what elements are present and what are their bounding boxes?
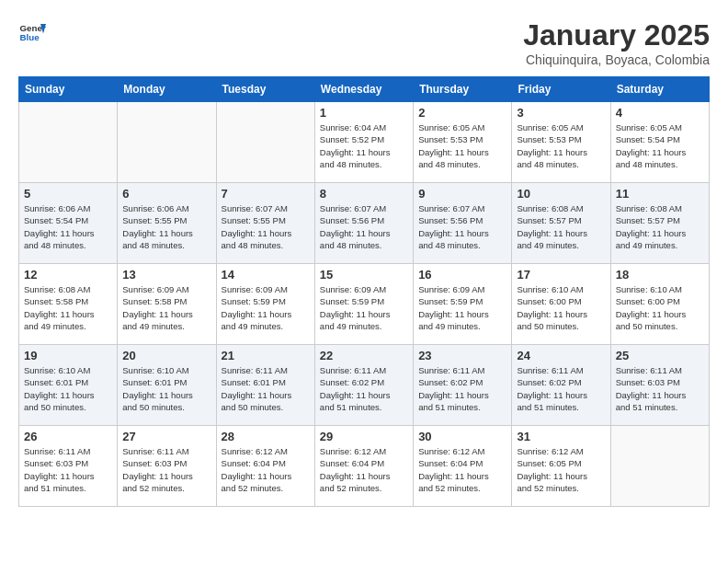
calendar-week-row: 19Sunrise: 6:10 AM Sunset: 6:01 PM Dayli… xyxy=(19,345,710,426)
table-row: 16Sunrise: 6:09 AM Sunset: 5:59 PM Dayli… xyxy=(414,264,512,345)
table-row: 14Sunrise: 6:09 AM Sunset: 5:59 PM Dayli… xyxy=(216,264,314,345)
day-number: 14 xyxy=(222,268,310,282)
day-number: 4 xyxy=(616,106,704,120)
day-number: 20 xyxy=(122,349,210,362)
day-info: Sunrise: 6:11 AM Sunset: 6:02 PM Dayligh… xyxy=(517,364,605,413)
day-number: 9 xyxy=(418,187,506,201)
table-row: 20Sunrise: 6:10 AM Sunset: 6:01 PM Dayli… xyxy=(118,345,216,426)
table-row xyxy=(216,102,314,183)
day-info: Sunrise: 6:06 AM Sunset: 5:55 PM Dayligh… xyxy=(122,202,210,251)
table-row: 9Sunrise: 6:07 AM Sunset: 5:56 PM Daylig… xyxy=(414,183,512,264)
table-row: 22Sunrise: 6:11 AM Sunset: 6:02 PM Dayli… xyxy=(314,345,413,426)
day-info: Sunrise: 6:06 AM Sunset: 5:54 PM Dayligh… xyxy=(24,202,112,251)
logo: General Blue xyxy=(18,18,46,46)
calendar-subtitle: Chiquinquira, Boyaca, Colombia xyxy=(523,52,710,67)
day-info: Sunrise: 6:08 AM Sunset: 5:57 PM Dayligh… xyxy=(517,202,605,251)
table-row: 2Sunrise: 6:05 AM Sunset: 5:53 PM Daylig… xyxy=(414,102,512,183)
table-row: 7Sunrise: 6:07 AM Sunset: 5:55 PM Daylig… xyxy=(216,183,314,264)
day-info: Sunrise: 6:11 AM Sunset: 6:02 PM Dayligh… xyxy=(418,364,506,413)
table-row: 5Sunrise: 6:06 AM Sunset: 5:54 PM Daylig… xyxy=(19,183,118,264)
day-info: Sunrise: 6:10 AM Sunset: 6:00 PM Dayligh… xyxy=(517,283,605,332)
day-info: Sunrise: 6:09 AM Sunset: 5:59 PM Dayligh… xyxy=(222,283,310,332)
header-friday: Friday xyxy=(512,77,610,102)
day-info: Sunrise: 6:10 AM Sunset: 6:01 PM Dayligh… xyxy=(122,364,210,413)
table-row: 24Sunrise: 6:11 AM Sunset: 6:02 PM Dayli… xyxy=(512,345,610,426)
day-info: Sunrise: 6:05 AM Sunset: 5:53 PM Dayligh… xyxy=(418,121,506,170)
day-info: Sunrise: 6:07 AM Sunset: 5:55 PM Dayligh… xyxy=(222,202,310,251)
table-row: 8Sunrise: 6:07 AM Sunset: 5:56 PM Daylig… xyxy=(314,183,413,264)
table-row: 29Sunrise: 6:12 AM Sunset: 6:04 PM Dayli… xyxy=(314,426,413,507)
day-number: 31 xyxy=(517,430,605,443)
table-row: 15Sunrise: 6:09 AM Sunset: 5:59 PM Dayli… xyxy=(314,264,413,345)
header-saturday: Saturday xyxy=(610,77,709,102)
day-number: 13 xyxy=(122,268,210,282)
table-row: 21Sunrise: 6:11 AM Sunset: 6:01 PM Dayli… xyxy=(216,345,314,426)
day-number: 30 xyxy=(418,430,506,443)
header-sunday: Sunday xyxy=(19,77,118,102)
day-info: Sunrise: 6:09 AM Sunset: 5:58 PM Dayligh… xyxy=(122,283,210,332)
table-row: 31Sunrise: 6:12 AM Sunset: 6:05 PM Dayli… xyxy=(512,426,610,507)
day-number: 27 xyxy=(122,430,210,443)
table-row: 6Sunrise: 6:06 AM Sunset: 5:55 PM Daylig… xyxy=(118,183,216,264)
day-info: Sunrise: 6:10 AM Sunset: 6:00 PM Dayligh… xyxy=(616,283,704,332)
day-info: Sunrise: 6:11 AM Sunset: 6:03 PM Dayligh… xyxy=(24,445,112,494)
day-info: Sunrise: 6:08 AM Sunset: 5:57 PM Dayligh… xyxy=(616,202,704,251)
day-header-row: Sunday Monday Tuesday Wednesday Thursday… xyxy=(19,77,710,102)
table-row: 12Sunrise: 6:08 AM Sunset: 5:58 PM Dayli… xyxy=(19,264,118,345)
day-info: Sunrise: 6:09 AM Sunset: 5:59 PM Dayligh… xyxy=(320,283,408,332)
header-thursday: Thursday xyxy=(414,77,512,102)
day-number: 3 xyxy=(517,106,605,120)
day-info: Sunrise: 6:08 AM Sunset: 5:58 PM Dayligh… xyxy=(24,283,112,332)
day-info: Sunrise: 6:12 AM Sunset: 6:05 PM Dayligh… xyxy=(517,445,605,494)
day-info: Sunrise: 6:05 AM Sunset: 5:53 PM Dayligh… xyxy=(517,121,605,170)
day-number: 16 xyxy=(418,268,506,282)
table-row: 28Sunrise: 6:12 AM Sunset: 6:04 PM Dayli… xyxy=(216,426,314,507)
table-row: 11Sunrise: 6:08 AM Sunset: 5:57 PM Dayli… xyxy=(610,183,709,264)
calendar-week-row: 26Sunrise: 6:11 AM Sunset: 6:03 PM Dayli… xyxy=(19,426,710,507)
day-info: Sunrise: 6:07 AM Sunset: 5:56 PM Dayligh… xyxy=(320,202,408,251)
day-number: 17 xyxy=(517,268,605,282)
header-tuesday: Tuesday xyxy=(216,77,314,102)
day-number: 12 xyxy=(24,268,112,282)
calendar-week-row: 1Sunrise: 6:04 AM Sunset: 5:52 PM Daylig… xyxy=(19,102,710,183)
table-row: 19Sunrise: 6:10 AM Sunset: 6:01 PM Dayli… xyxy=(19,345,118,426)
day-info: Sunrise: 6:12 AM Sunset: 6:04 PM Dayligh… xyxy=(320,445,408,494)
day-number: 24 xyxy=(517,349,605,362)
day-number: 22 xyxy=(320,349,408,362)
day-info: Sunrise: 6:09 AM Sunset: 5:59 PM Dayligh… xyxy=(418,283,506,332)
day-number: 2 xyxy=(418,106,506,120)
table-row: 17Sunrise: 6:10 AM Sunset: 6:00 PM Dayli… xyxy=(512,264,610,345)
day-number: 19 xyxy=(24,349,112,362)
day-number: 6 xyxy=(122,187,210,201)
table-row xyxy=(19,102,118,183)
day-info: Sunrise: 6:11 AM Sunset: 6:01 PM Dayligh… xyxy=(222,364,310,413)
day-number: 28 xyxy=(222,430,310,443)
header-wednesday: Wednesday xyxy=(314,77,413,102)
day-number: 15 xyxy=(320,268,408,282)
page-header: General Blue January 2025 Chiquinquira, … xyxy=(18,18,710,67)
table-row: 26Sunrise: 6:11 AM Sunset: 6:03 PM Dayli… xyxy=(19,426,118,507)
table-row: 27Sunrise: 6:11 AM Sunset: 6:03 PM Dayli… xyxy=(118,426,216,507)
day-number: 23 xyxy=(418,349,506,362)
table-row: 1Sunrise: 6:04 AM Sunset: 5:52 PM Daylig… xyxy=(314,102,413,183)
logo-icon: General Blue xyxy=(18,18,46,46)
table-row xyxy=(118,102,216,183)
day-number: 18 xyxy=(616,268,704,282)
day-info: Sunrise: 6:11 AM Sunset: 6:02 PM Dayligh… xyxy=(320,364,408,413)
day-number: 8 xyxy=(320,187,408,201)
table-row: 4Sunrise: 6:05 AM Sunset: 5:54 PM Daylig… xyxy=(610,102,709,183)
table-row: 10Sunrise: 6:08 AM Sunset: 5:57 PM Dayli… xyxy=(512,183,610,264)
day-info: Sunrise: 6:12 AM Sunset: 6:04 PM Dayligh… xyxy=(418,445,506,494)
calendar-week-row: 12Sunrise: 6:08 AM Sunset: 5:58 PM Dayli… xyxy=(19,264,710,345)
header-monday: Monday xyxy=(118,77,216,102)
day-number: 7 xyxy=(222,187,310,201)
table-row: 3Sunrise: 6:05 AM Sunset: 5:53 PM Daylig… xyxy=(512,102,610,183)
day-info: Sunrise: 6:11 AM Sunset: 6:03 PM Dayligh… xyxy=(122,445,210,494)
svg-text:Blue: Blue xyxy=(20,32,40,42)
title-block: January 2025 Chiquinquira, Boyaca, Colom… xyxy=(523,18,710,67)
day-number: 11 xyxy=(616,187,704,201)
calendar-week-row: 5Sunrise: 6:06 AM Sunset: 5:54 PM Daylig… xyxy=(19,183,710,264)
table-row: 30Sunrise: 6:12 AM Sunset: 6:04 PM Dayli… xyxy=(414,426,512,507)
calendar-table: Sunday Monday Tuesday Wednesday Thursday… xyxy=(18,76,710,507)
day-info: Sunrise: 6:05 AM Sunset: 5:54 PM Dayligh… xyxy=(616,121,704,170)
